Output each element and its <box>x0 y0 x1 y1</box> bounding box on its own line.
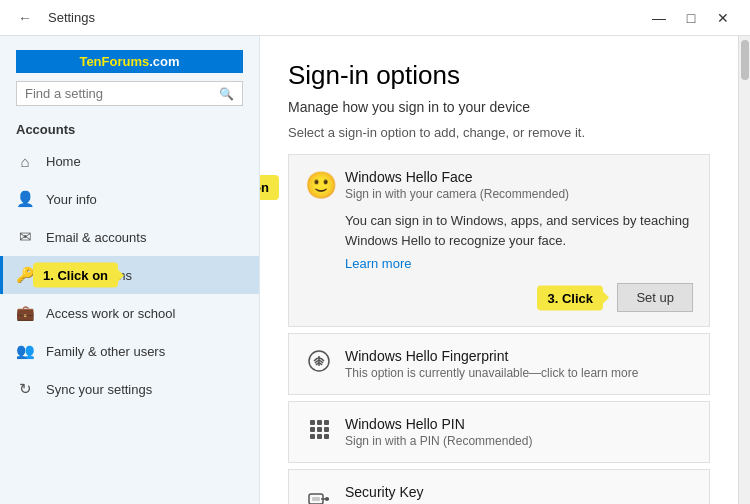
key-icon: 🔑 <box>16 266 34 284</box>
option-header-security-key: Security Key Sign in with a physical sec… <box>305 484 693 504</box>
sidebar-item-email-accounts[interactable]: ✉ Email & accounts <box>0 218 259 256</box>
page-description: Select a sign-in option to add, change, … <box>288 125 710 140</box>
home-icon: ⌂ <box>16 153 34 170</box>
sidebar-header: TenForums.com 🔍 <box>0 36 259 110</box>
watermark-prefix: TenForums <box>79 54 149 69</box>
title-bar-left: ← Settings <box>12 8 95 28</box>
sidebar-item-sign-in-options[interactable]: 🔑 Sign-in options 1. Click on <box>0 256 259 294</box>
option-title-pin: Windows Hello PIN <box>345 416 693 432</box>
option-header-pin: Windows Hello PIN Sign in with a PIN (Re… <box>305 416 693 448</box>
option-title-fingerprint: Windows Hello Fingerprint <box>345 348 693 364</box>
content-outer: Sign-in options Manage how you sign in t… <box>260 36 750 504</box>
minimize-button[interactable]: — <box>644 4 674 32</box>
svg-rect-6 <box>317 427 322 432</box>
svg-rect-9 <box>317 434 322 439</box>
sidebar-item-your-info[interactable]: 👤 Your info <box>0 180 259 218</box>
search-input[interactable] <box>25 86 213 101</box>
setup-button[interactable]: Set up <box>617 283 693 312</box>
app-body: TenForums.com 🔍 Accounts ⌂ Home 👤 Your i… <box>0 36 750 504</box>
option-body-text-face: You can sign in to Windows, apps, and se… <box>345 211 693 250</box>
option-hello-fingerprint[interactable]: Windows Hello Fingerprint This option is… <box>288 333 710 395</box>
face-icon: 🙂 <box>305 170 333 201</box>
svg-rect-10 <box>324 434 329 439</box>
nav-buttons: ← <box>12 8 38 28</box>
title-bar: ← Settings — □ ✕ <box>0 0 750 36</box>
scrollbar-thumb[interactable] <box>741 40 749 80</box>
scrollbar[interactable] <box>738 36 750 504</box>
watermark: TenForums.com <box>16 50 243 73</box>
svg-rect-4 <box>324 420 329 425</box>
pin-icon <box>305 417 333 447</box>
option-info-security-key: Security Key Sign in with a physical sec… <box>345 484 693 504</box>
sidebar-item-email-label: Email & accounts <box>46 230 146 245</box>
svg-rect-8 <box>310 434 315 439</box>
svg-rect-7 <box>324 427 329 432</box>
sidebar-item-sync-settings[interactable]: ↻ Sync your settings <box>0 370 259 408</box>
watermark-suffix: .com <box>149 54 179 69</box>
sidebar-item-family-label: Family & other users <box>46 344 165 359</box>
option-security-key[interactable]: Security Key Sign in with a physical sec… <box>288 469 710 504</box>
sidebar-item-your-info-label: Your info <box>46 192 97 207</box>
option-header-face: 🙂 Windows Hello Face Sign in with your c… <box>305 169 693 201</box>
sidebar-item-home-label: Home <box>46 154 81 169</box>
window-controls: — □ ✕ <box>644 4 738 32</box>
option-desc-pin: Sign in with a PIN (Recommended) <box>345 434 693 448</box>
svg-point-14 <box>325 497 329 501</box>
option-info-fingerprint: Windows Hello Fingerprint This option is… <box>345 348 693 380</box>
option-desc-fingerprint: This option is currently unavailable—cli… <box>345 366 693 380</box>
svg-rect-12 <box>312 497 320 501</box>
sidebar-items: ⌂ Home 👤 Your info ✉ Email & accounts 🔑 … <box>0 143 259 504</box>
option-title-security-key: Security Key <box>345 484 693 500</box>
setup-row: 3. Click Set up <box>345 283 693 312</box>
learn-more-link[interactable]: Learn more <box>345 256 411 271</box>
sidebar-item-sync-label: Sync your settings <box>46 382 152 397</box>
svg-rect-2 <box>310 420 315 425</box>
svg-rect-5 <box>310 427 315 432</box>
back-button[interactable]: ← <box>12 8 38 28</box>
option-title-face: Windows Hello Face <box>345 169 693 185</box>
option-header-fingerprint: Windows Hello Fingerprint This option is… <box>305 348 693 380</box>
option-desc-face: Sign in with your camera (Recommended) <box>345 187 693 201</box>
sidebar-section-title: Accounts <box>0 110 259 143</box>
option-body-face: You can sign in to Windows, apps, and se… <box>305 211 693 312</box>
security-key-icon <box>305 485 333 504</box>
option-info-pin: Windows Hello PIN Sign in with a PIN (Re… <box>345 416 693 448</box>
option-hello-pin[interactable]: Windows Hello PIN Sign in with a PIN (Re… <box>288 401 710 463</box>
sidebar-item-access-work[interactable]: 💼 Access work or school <box>0 294 259 332</box>
page-subtitle: Manage how you sign in to your device <box>288 99 710 115</box>
svg-rect-3 <box>317 420 322 425</box>
briefcase-icon: 💼 <box>16 304 34 322</box>
callout-one: 1. Click on <box>33 263 118 288</box>
sidebar-item-home[interactable]: ⌂ Home <box>0 143 259 180</box>
email-icon: ✉ <box>16 228 34 246</box>
page-title: Sign-in options <box>288 60 710 91</box>
option-hello-face[interactable]: 2. Click on 🙂 Windows Hello Face Sign in… <box>288 154 710 327</box>
sync-icon: ↻ <box>16 380 34 398</box>
callout-three: 3. Click <box>537 285 603 310</box>
sidebar-item-access-label: Access work or school <box>46 306 175 321</box>
person-icon: 👤 <box>16 190 34 208</box>
search-box[interactable]: 🔍 <box>16 81 243 106</box>
fingerprint-icon <box>305 348 333 380</box>
sidebar-item-family-users[interactable]: 👥 Family & other users <box>0 332 259 370</box>
maximize-button[interactable]: □ <box>676 4 706 32</box>
close-button[interactable]: ✕ <box>708 4 738 32</box>
window-title: Settings <box>48 10 95 25</box>
sidebar: TenForums.com 🔍 Accounts ⌂ Home 👤 Your i… <box>0 36 260 504</box>
callout-two: 2. Click on <box>260 175 279 200</box>
search-icon: 🔍 <box>219 87 234 101</box>
content-area: Sign-in options Manage how you sign in t… <box>260 36 738 504</box>
family-icon: 👥 <box>16 342 34 360</box>
option-info-face: Windows Hello Face Sign in with your cam… <box>345 169 693 201</box>
